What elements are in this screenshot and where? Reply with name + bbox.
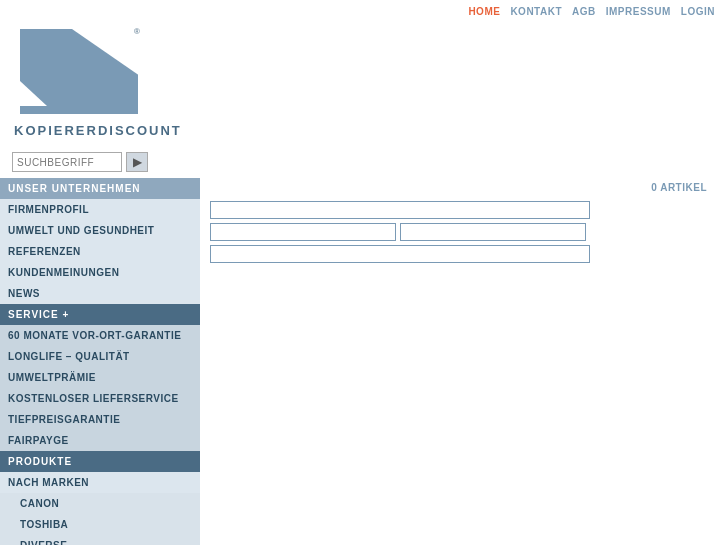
sidebar-item-nach-marken[interactable]: NACH MARKEN: [0, 472, 200, 493]
top-navigation: HOME KONTAKT AGB IMPRESSUM LOGIN: [0, 0, 727, 21]
sidebar-item-service[interactable]: SERVICE +: [0, 304, 200, 325]
sidebar-item-tiefpreis[interactable]: TIEFPREISGARANTIE: [0, 409, 200, 430]
logo-text: KOPIERERDISCOUNT: [12, 123, 182, 138]
nav-login[interactable]: LOGIN: [681, 6, 715, 17]
cart-info: 0 ARTIKEL: [210, 178, 717, 199]
nav-home[interactable]: HOME: [468, 6, 500, 17]
form-input-1[interactable]: [210, 201, 590, 219]
sidebar-item-longlife[interactable]: LONGLIFE – QUALITÄT: [0, 346, 200, 367]
search-input[interactable]: [12, 152, 122, 172]
nav-kontakt[interactable]: KONTAKT: [510, 6, 562, 17]
form-input-4[interactable]: [210, 245, 590, 263]
sidebar: UNSER UNTERNEHMEN FIRMENPROFIL UMWELT UN…: [0, 178, 200, 545]
sidebar-item-lieferservice[interactable]: KOSTENLOSER LIEFERSERVICE: [0, 388, 200, 409]
nav-agb[interactable]: AGB: [572, 6, 596, 17]
form-input-2[interactable]: [210, 223, 396, 241]
sidebar-item-news[interactable]: NEWS: [0, 283, 200, 304]
sidebar-item-diverse[interactable]: DIVERSE: [0, 535, 200, 545]
sidebar-item-produkte[interactable]: PRODUKTE: [0, 451, 200, 472]
logo-mark: ®: [12, 21, 142, 121]
form-input-3[interactable]: [400, 223, 586, 241]
search-bar: ▶: [0, 146, 727, 178]
search-button[interactable]: ▶: [126, 152, 148, 172]
form-row-1: [210, 201, 717, 219]
sidebar-item-umwelt[interactable]: UMWELT UND GESUNDHEIT: [0, 220, 200, 241]
registered-mark: ®: [134, 27, 140, 36]
sidebar-item-umweltpraemie[interactable]: UMWELTPRÄMIE: [0, 367, 200, 388]
sidebar-item-firmenprofil[interactable]: FIRMENPROFIL: [0, 199, 200, 220]
sidebar-item-toshiba[interactable]: TOSHIBA: [0, 514, 200, 535]
sidebar-item-kundenmeinungen[interactable]: KUNDENMEINUNGEN: [0, 262, 200, 283]
logo: ® KOPIERERDISCOUNT: [12, 21, 182, 138]
main-layout: UNSER UNTERNEHMEN FIRMENPROFIL UMWELT UN…: [0, 178, 727, 545]
form-row-2: [210, 223, 717, 241]
sidebar-item-unser-unternehmen[interactable]: UNSER UNTERNEHMEN: [0, 178, 200, 199]
content-forms: [210, 199, 717, 263]
content-area: 0 ARTIKEL: [200, 178, 727, 545]
form-row-3: [210, 245, 717, 263]
nav-impressum[interactable]: IMPRESSUM: [606, 6, 671, 17]
header: ® KOPIERERDISCOUNT: [0, 21, 727, 146]
sidebar-item-referenzen[interactable]: REFERENZEN: [0, 241, 200, 262]
sidebar-item-garantie[interactable]: 60 MONATE VOR-ORT-GARANTIE: [0, 325, 200, 346]
sidebar-item-fairpayge[interactable]: FAIRPAYGE: [0, 430, 200, 451]
sidebar-item-canon[interactable]: CANON: [0, 493, 200, 514]
